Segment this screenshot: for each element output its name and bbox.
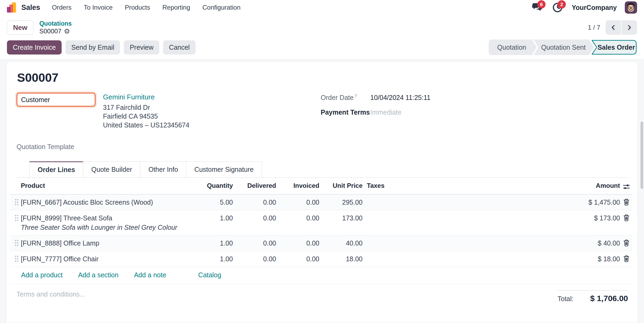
- preview-button[interactable]: Preview: [124, 40, 159, 55]
- chevron-left-icon: [610, 24, 617, 31]
- order-date-field: Order Date? 10/04/2024 11:25:11: [321, 94, 628, 102]
- drag-handle[interactable]: [15, 256, 16, 257]
- drag-handle[interactable]: [15, 240, 16, 241]
- notebook-tabs: Order Lines Quote Builder Other Info Cus…: [17, 161, 628, 178]
- help-icon: ?: [355, 94, 357, 98]
- cell-amount: $ 18.00: [491, 251, 620, 267]
- send-by-email-button[interactable]: Send by Email: [65, 40, 120, 55]
- chevron-right-icon: [626, 24, 633, 31]
- new-button[interactable]: New: [7, 20, 33, 35]
- partner-link[interactable]: Gemini Furniture: [103, 93, 189, 102]
- trash-icon: [623, 239, 630, 247]
- menu-to-invoice[interactable]: To Invoice: [84, 4, 113, 11]
- col-header-invoiced[interactable]: Invoiced: [276, 178, 319, 193]
- order-line-row[interactable]: [FURN_8999] Three-Seat SofaThree Seater …: [10, 210, 632, 235]
- status-step-quotation[interactable]: Quotation: [489, 40, 537, 55]
- cell-invoiced[interactable]: 0.00: [276, 210, 319, 226]
- cell-quantity[interactable]: 1.00: [193, 251, 233, 267]
- catalog-link[interactable]: Catalog: [198, 271, 221, 279]
- cell-invoiced[interactable]: 0.00: [276, 251, 319, 267]
- terms-and-conditions-input[interactable]: Terms and conditions...: [17, 290, 85, 303]
- tab-other-info[interactable]: Other Info: [140, 161, 186, 177]
- scrollbar-thumb[interactable]: [641, 122, 643, 189]
- company-switcher[interactable]: YourCompany: [572, 4, 617, 11]
- menu-reporting[interactable]: Reporting: [162, 4, 190, 11]
- tab-order-lines[interactable]: Order Lines: [29, 161, 83, 177]
- status-step-sales-order-active[interactable]: Sales Order: [591, 40, 637, 55]
- tab-quote-builder[interactable]: Quote Builder: [83, 161, 140, 177]
- add-a-section-link[interactable]: Add a section: [78, 271, 119, 279]
- order-line-row[interactable]: [FURN_7777] Office Chair 1.00 0.00 0.00 …: [10, 251, 632, 267]
- col-header-delivered[interactable]: Delivered: [233, 178, 276, 193]
- col-header-unit-price[interactable]: Unit Price: [319, 178, 363, 193]
- order-lines-header: Product Quantity Delivered Invoiced Unit…: [10, 178, 632, 194]
- order-lines-table: Product Quantity Delivered Invoiced Unit…: [10, 178, 632, 284]
- optional-columns-button[interactable]: [620, 178, 633, 194]
- cell-delivered[interactable]: 0.00: [233, 235, 276, 251]
- menu-products[interactable]: Products: [125, 4, 150, 11]
- trash-icon: [623, 198, 630, 206]
- col-header-taxes[interactable]: Taxes: [363, 178, 491, 193]
- messages-button[interactable]: 6: [531, 1, 543, 14]
- cell-delivered[interactable]: 0.00: [233, 194, 276, 210]
- status-step-quotation-sent[interactable]: Quotation Sent: [534, 40, 594, 55]
- create-invoice-button[interactable]: Create Invoice: [7, 40, 62, 55]
- add-a-note-link[interactable]: Add a note: [134, 271, 166, 279]
- cell-invoiced[interactable]: 0.00: [276, 194, 319, 210]
- delete-row-button[interactable]: [620, 210, 633, 225]
- partner-address-line: United States – US12345674: [103, 121, 189, 130]
- user-avatar[interactable]: [625, 1, 637, 14]
- statusbar: Quotation Quotation Sent Sales Order: [489, 40, 637, 55]
- form-sheet: S00007 Customer Gemini Furniture 317 Fai…: [6, 61, 638, 323]
- cell-unit-price[interactable]: 18.00: [319, 251, 363, 267]
- delete-row-button[interactable]: [620, 235, 633, 250]
- cell-delivered[interactable]: 0.00: [233, 210, 276, 226]
- cell-taxes[interactable]: [363, 251, 491, 258]
- partner-address-line: 317 Fairchild Dr: [103, 103, 189, 112]
- cell-taxes[interactable]: [363, 194, 491, 201]
- page-background: S00007 Customer Gemini Furniture 317 Fai…: [0, 60, 644, 323]
- activities-button[interactable]: 2: [551, 1, 564, 14]
- partner-block: Gemini Furniture 317 Fairchild Dr Fairfi…: [103, 93, 189, 130]
- menu-configuration[interactable]: Configuration: [202, 4, 241, 11]
- payment-terms-value[interactable]: Immediate: [370, 108, 401, 116]
- col-header-product[interactable]: Product: [21, 178, 193, 193]
- cancel-button[interactable]: Cancel: [163, 40, 196, 55]
- menu-orders[interactable]: Orders: [52, 4, 71, 11]
- order-date-value[interactable]: 10/04/2024 11:25:11: [370, 94, 431, 102]
- col-header-quantity[interactable]: Quantity: [193, 178, 233, 193]
- order-lines-footer-links: Add a product Add a section Add a note C…: [10, 267, 632, 284]
- cell-quantity[interactable]: 1.00: [193, 235, 233, 251]
- pager-previous-button[interactable]: [606, 20, 621, 35]
- cell-delivered[interactable]: 0.00: [233, 251, 276, 267]
- gear-icon[interactable]: ⚙: [64, 28, 70, 35]
- pager-next-button[interactable]: [622, 20, 637, 35]
- cell-taxes[interactable]: [363, 235, 491, 242]
- order-line-row[interactable]: [FURN_8888] Office Lamp 1.00 0.00 0.00 4…: [10, 235, 632, 251]
- cell-unit-price[interactable]: 40.00: [319, 235, 363, 251]
- breadcrumb-quotations-link[interactable]: Quotations: [39, 20, 71, 28]
- tab-customer-signature[interactable]: Customer Signature: [186, 161, 262, 177]
- cell-taxes[interactable]: [363, 210, 491, 217]
- customer-input[interactable]: Customer: [17, 93, 96, 107]
- cell-product: [FURN_6667] Acoustic Bloc Screens (Wood): [21, 194, 193, 210]
- cell-quantity[interactable]: 1.00: [193, 210, 233, 226]
- app-brand[interactable]: Sales: [21, 3, 40, 12]
- delete-row-button[interactable]: [620, 251, 633, 266]
- cell-amount: $ 1,475.00: [491, 194, 620, 210]
- cell-unit-price[interactable]: 295.00: [319, 194, 363, 210]
- payment-terms-field: Payment Terms Immediate: [321, 108, 628, 116]
- cell-quantity[interactable]: 5.00: [193, 194, 233, 210]
- sales-app-logo-icon[interactable]: [7, 2, 17, 13]
- order-line-row[interactable]: [FURN_6667] Acoustic Bloc Screens (Wood)…: [10, 194, 632, 210]
- cell-invoiced[interactable]: 0.00: [276, 235, 319, 251]
- drag-handle[interactable]: [15, 215, 16, 216]
- quotation-template-label[interactable]: Quotation Template: [17, 143, 628, 151]
- cell-product-description: Three Seater Sofa with Lounger in Steel …: [21, 223, 193, 232]
- add-a-product-link[interactable]: Add a product: [21, 271, 63, 279]
- delete-row-button[interactable]: [620, 194, 633, 209]
- cell-unit-price[interactable]: 173.00: [319, 210, 363, 226]
- drag-handle[interactable]: [15, 199, 16, 200]
- trash-icon: [623, 255, 630, 262]
- col-header-amount[interactable]: Amount: [491, 178, 620, 193]
